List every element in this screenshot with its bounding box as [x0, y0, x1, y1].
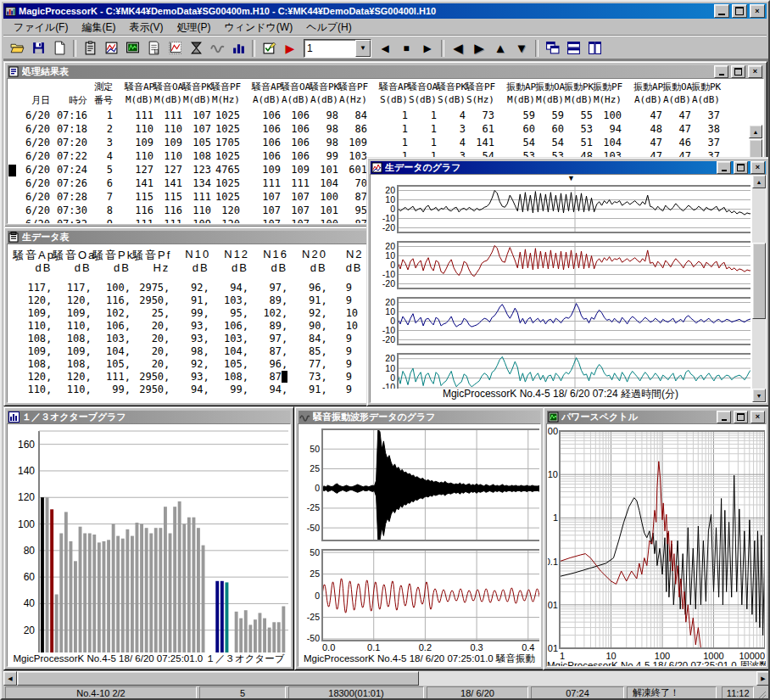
- report-view-button[interactable]: [143, 39, 164, 58]
- table-cell[interactable]: 20,: [131, 333, 170, 345]
- save-file-button[interactable]: [28, 39, 48, 58]
- table-cell[interactable]: 117,: [52, 282, 91, 294]
- maximize-button[interactable]: [732, 4, 747, 18]
- table-row[interactable]: 120,120,116,2950,91,103,89,91,9: [13, 294, 379, 307]
- close-icon[interactable]: ×: [750, 161, 765, 174]
- table-row[interactable]: 108,108,103,20,93,103,97,84,9: [13, 333, 379, 345]
- menu-item[interactable]: ヘルプ(H): [299, 19, 359, 36]
- tile-horizontal-button[interactable]: [563, 39, 583, 58]
- table-cell[interactable]: 92,: [170, 282, 209, 294]
- table-cell[interactable]: 91,: [170, 294, 209, 307]
- table-cell[interactable]: 97,: [248, 282, 287, 294]
- menu-item[interactable]: ファイル(F): [7, 19, 75, 36]
- table-cell[interactable]: 87,: [248, 371, 287, 384]
- table-cell[interactable]: 109,: [52, 307, 91, 320]
- menu-item[interactable]: 処理(P): [170, 19, 217, 36]
- table-cell[interactable]: 108,: [13, 333, 52, 345]
- table-cell[interactable]: 95,: [209, 307, 248, 320]
- table-cell[interactable]: 105,: [92, 358, 131, 371]
- process-start-button[interactable]: ▶: [280, 39, 300, 58]
- table-row[interactable]: 6/2007:203109109105170510610698109114141…: [18, 137, 763, 150]
- open-file-button[interactable]: [7, 39, 27, 58]
- octave-bar-view-button[interactable]: [228, 39, 248, 58]
- table-cell[interactable]: 2950,: [131, 384, 170, 396]
- table-cell[interactable]: 120,: [52, 294, 91, 307]
- step-back-button[interactable]: ◀: [375, 39, 395, 58]
- new-file-button[interactable]: [49, 39, 70, 58]
- table-cell[interactable]: 108,: [209, 371, 248, 384]
- table-cell[interactable]: 87,: [248, 345, 287, 358]
- stop-button[interactable]: ■: [396, 39, 416, 58]
- table-cell[interactable]: 90,: [287, 320, 326, 333]
- table-cell[interactable]: 109,: [52, 345, 91, 358]
- table-cell[interactable]: 120,: [13, 294, 52, 307]
- seek-last-button[interactable]: ▶: [469, 39, 489, 58]
- minimize-icon[interactable]: [717, 161, 731, 174]
- menu-item[interactable]: 編集(E): [75, 19, 122, 36]
- table-cell[interactable]: 20,: [131, 345, 170, 358]
- minimize-button[interactable]: [714, 4, 729, 18]
- table-cell[interactable]: 20,: [131, 320, 170, 333]
- table-cell[interactable]: 102,: [92, 307, 131, 320]
- cursor-position-marker[interactable]: ▼: [567, 174, 575, 182]
- table-cell[interactable]: 110,: [13, 384, 52, 396]
- maximize-icon[interactable]: [731, 65, 745, 78]
- table-cell[interactable]: 93,: [170, 371, 209, 384]
- table-cell[interactable]: 97,: [248, 333, 287, 345]
- seek-first-button[interactable]: ◀: [448, 39, 468, 58]
- table-cell[interactable]: 73,: [287, 371, 326, 384]
- table-cell[interactable]: 20,: [131, 358, 170, 371]
- table-cell[interactable]: 111,: [92, 371, 131, 384]
- resize-grip[interactable]: [756, 687, 766, 699]
- table-cell[interactable]: 2975,: [131, 282, 170, 294]
- table-cell[interactable]: 96,: [287, 282, 326, 294]
- table-cell[interactable]: 89,: [248, 294, 287, 307]
- table-row[interactable]: 120,120,111,2950,93,108,87,73,9: [13, 371, 379, 384]
- table-cell[interactable]: 2950,: [131, 371, 170, 384]
- table-cell[interactable]: 85,: [287, 345, 326, 358]
- table-cell[interactable]: 77,: [287, 358, 326, 371]
- table-cell[interactable]: 109,: [13, 345, 52, 358]
- table-cell[interactable]: 94,: [209, 282, 248, 294]
- octave-titlebar[interactable]: １／３オクターブグラフ: [8, 411, 290, 423]
- table-cell[interactable]: 99,: [92, 384, 131, 396]
- table-row[interactable]: 109,109,102,25,99,95,102,92,10: [13, 307, 379, 320]
- table-row[interactable]: 108,108,105,20,92,105,96,77,9: [13, 358, 379, 371]
- spectrum-titlebar[interactable]: パワースペクトル ×: [547, 411, 766, 423]
- table-cell[interactable]: 117,: [13, 282, 52, 294]
- table-cell[interactable]: 99,: [209, 384, 248, 396]
- title-bar[interactable]: MagicProcessorK - C:¥MK44¥DemoData¥SG004…: [3, 3, 767, 19]
- close-button[interactable]: ×: [750, 4, 765, 18]
- scroll-down-icon[interactable]: ▼: [752, 389, 766, 402]
- table-cell[interactable]: 120,: [52, 371, 91, 384]
- table-cell[interactable]: 108,: [52, 358, 91, 371]
- table-cell[interactable]: 92,: [170, 358, 209, 371]
- menu-item[interactable]: 表示(V): [122, 19, 170, 36]
- table-cell[interactable]: 96,: [248, 358, 287, 371]
- scroll-left-icon[interactable]: ◀: [3, 671, 17, 686]
- table-row[interactable]: 6/2007:182110110107102510610698861136160…: [18, 123, 763, 137]
- step-forward-button[interactable]: ▶: [417, 39, 438, 58]
- scroll-thumb[interactable]: [17, 671, 419, 686]
- menu-item[interactable]: ウィンドウ(W): [217, 19, 299, 36]
- table-cell[interactable]: 110,: [13, 320, 52, 333]
- table-cell[interactable]: 104,: [209, 345, 248, 358]
- maximize-icon[interactable]: [734, 411, 748, 423]
- waveform-view-button[interactable]: [207, 39, 227, 58]
- raw-table-titlebar[interactable]: 生データ表: [8, 231, 379, 244]
- measurement-number-combobox[interactable]: 1▼: [304, 39, 371, 58]
- table-cell[interactable]: 104,: [92, 345, 131, 358]
- table-cell[interactable]: 106,: [209, 320, 248, 333]
- table-cell[interactable]: 92,: [287, 307, 326, 320]
- table-cell[interactable]: 93,: [170, 333, 209, 345]
- table-cell[interactable]: 108,: [52, 333, 91, 345]
- scroll-right-icon[interactable]: ▶: [756, 671, 770, 686]
- table-row[interactable]: 110,110,106,20,93,106,89,90,10: [13, 320, 379, 333]
- table-cell[interactable]: 91,: [287, 294, 326, 307]
- table-cell[interactable]: 94,: [170, 384, 209, 396]
- table-cell[interactable]: 103,: [92, 333, 131, 345]
- table-cell[interactable]: 94,: [248, 384, 287, 396]
- graph-view-button[interactable]: [165, 39, 185, 58]
- table-cell[interactable]: 110,: [52, 320, 91, 333]
- table-cell[interactable]: 100,: [92, 282, 131, 294]
